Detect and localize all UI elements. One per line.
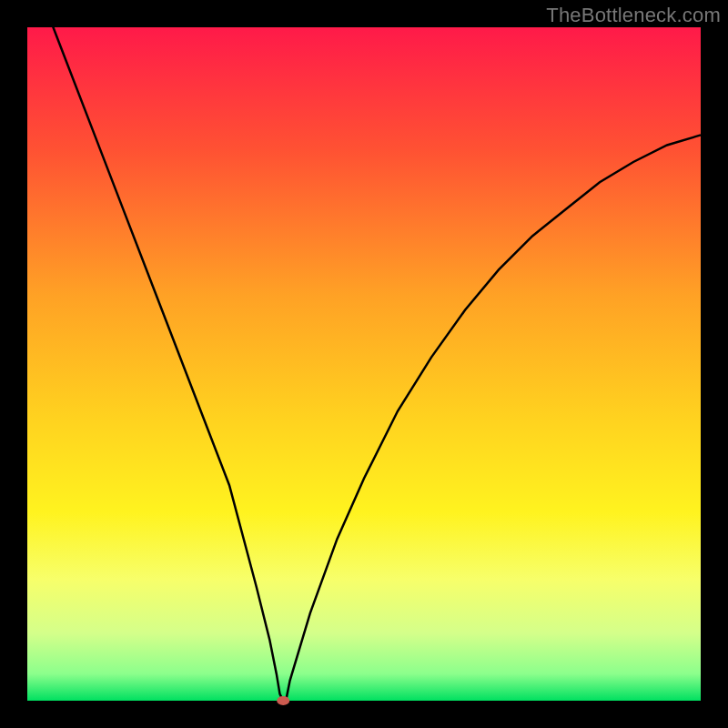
chart-frame: TheBottleneck.com: [0, 0, 728, 728]
plot-background: [27, 27, 701, 701]
bottleneck-chart: [0, 0, 728, 728]
optimum-marker: [277, 696, 289, 705]
